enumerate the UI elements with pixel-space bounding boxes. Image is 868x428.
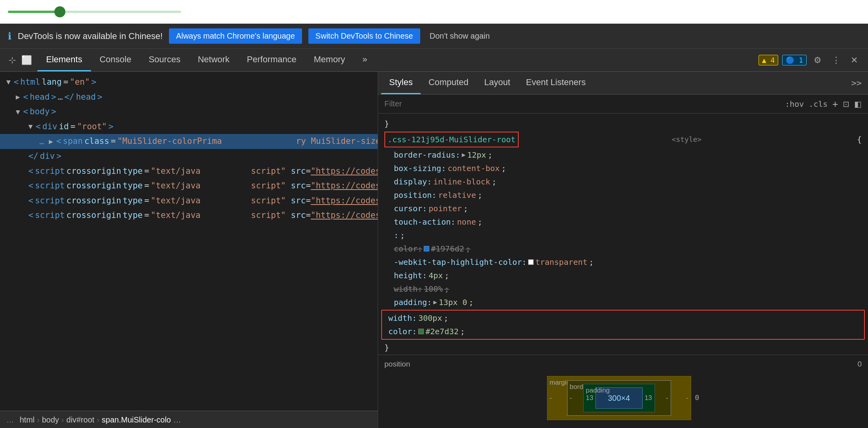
info-icon: ℹ — [8, 31, 11, 42]
slider-container — [8, 11, 181, 13]
tab-computed[interactable]: Computed — [421, 72, 477, 94]
breadcrumb-more-dots[interactable]: … — [6, 415, 14, 424]
css-rule-border-radius[interactable]: border-radius: ▶ 12px ; — [378, 148, 868, 162]
css-open-brace: { — [857, 133, 862, 146]
breadcrumb-html[interactable]: html — [20, 415, 35, 424]
dom-line-body[interactable]: ▼ <body> — [0, 104, 378, 119]
collapse-arrow-head[interactable]: ▶ — [16, 91, 20, 103]
dom-tree[interactable]: ▼ <html lang="en" > ▶ <head> … </head> ▼… — [0, 72, 378, 411]
css-rule-empty[interactable]: : ; — [378, 229, 868, 242]
notification-bar: ℹ DevTools is now available in Chinese! … — [0, 24, 868, 49]
dom-breadcrumb: … html › body › div#root › span.MuiSlide… — [0, 411, 378, 428]
notification-text: DevTools is now available in Chinese! — [18, 31, 163, 41]
css-rule-box-sizing[interactable]: box-sizing: content-box ; — [378, 162, 868, 175]
main-content-area: ▼ <html lang="en" > ▶ <head> … </head> ▼… — [0, 72, 868, 428]
styles-filter-bar: :hov .cls + ⊡ ◧ — [378, 95, 868, 114]
tab-memory[interactable]: Memory — [305, 49, 354, 71]
dom-line-script1[interactable]: <script crossorigin type="text/java scri… — [0, 164, 378, 179]
tab-event-listeners[interactable]: Event Listeners — [518, 72, 594, 94]
styles-filter-input[interactable] — [384, 99, 780, 108]
dom-line-script2[interactable]: <script crossorigin type="text/java scri… — [0, 179, 378, 194]
switch-chinese-button[interactable]: Switch DevTools to Chinese — [308, 28, 420, 44]
css-rule-header: .css-121j95d-MuiSlider-root <style> { — [378, 131, 868, 148]
collapse-arrow-div[interactable]: ▼ — [28, 121, 33, 132]
box-model-diagram: margin - - border - - padding 13 13 — [384, 373, 862, 422]
slider-thumb[interactable] — [54, 6, 65, 17]
css-rule-touch-action[interactable]: touch-action: none ; — [378, 215, 868, 229]
color-swatch-white — [528, 259, 534, 265]
slider-track — [8, 11, 181, 13]
dom-line-head[interactable]: ▶ <head> … </head> — [0, 90, 378, 105]
dismiss-notification[interactable]: Don't show again — [430, 32, 490, 41]
tab-console[interactable]: Console — [91, 49, 140, 71]
main-tabs-bar: ⊹ ⬜ Elements Console Sources Network Per… — [0, 49, 868, 72]
warning-badge[interactable]: ▲ 4 — [759, 55, 779, 65]
collapse-arrow-body[interactable]: ▼ — [16, 106, 20, 118]
collapse-arrow[interactable]: ▼ — [6, 76, 11, 88]
css-close-brace: } — [378, 341, 868, 355]
dom-line-script3[interactable]: <script crossorigin type="text/java scri… — [0, 194, 378, 208]
arrow-icon: ▶ — [462, 150, 466, 160]
cls-button[interactable]: .cls — [809, 99, 827, 109]
arrow-icon-padding: ▶ — [433, 297, 437, 307]
css-rule-display[interactable]: display: inline-block ; — [378, 175, 868, 188]
tab-performance[interactable]: Performance — [238, 49, 305, 71]
css-rule-webkit-tap[interactable]: -webkit-tap-highlight-color: transparent… — [378, 255, 868, 269]
color-swatch-2e7d32 — [418, 329, 424, 334]
breadcrumb-body[interactable]: body — [42, 415, 59, 424]
css-selector[interactable]: .css-121j95d-MuiSlider-root — [384, 132, 519, 147]
css-rule-height[interactable]: height: 4px ; — [378, 269, 868, 282]
dom-line-span-selected[interactable]: … ▶ <span class="MuiSlider-colorPrima ry… — [0, 134, 378, 149]
color-swatch-1976d2 — [424, 246, 429, 251]
css-rule-position[interactable]: position: relative ; — [378, 188, 868, 202]
dom-panel: ▼ <html lang="en" > ▶ <head> … </head> ▼… — [0, 72, 378, 428]
css-rule-width-100-strikethrough[interactable]: width: 100% ; — [378, 282, 868, 296]
tab-network[interactable]: Network — [189, 49, 238, 71]
css-rule-color-strikethrough[interactable]: color: #1976d2 ; — [378, 242, 868, 255]
css-rule-width-300[interactable]: width: 300px ; — [385, 311, 861, 325]
add-style-button[interactable]: + — [833, 99, 838, 110]
css-prev-close-brace: } — [378, 117, 868, 131]
more-options-button[interactable]: ⋮ — [829, 54, 844, 67]
dom-line-div-root[interactable]: ▼ <div id="root" > — [0, 119, 378, 134]
css-highlighted-box: width: 300px ; color: #2e7d32 ; — [381, 310, 865, 340]
css-rule-color-2e7d32[interactable]: color: #2e7d32 ; — [385, 325, 861, 338]
new-style-rule-button[interactable]: ⊡ — [843, 99, 849, 109]
dom-line-div-close[interactable]: </div> — [0, 149, 378, 164]
close-devtools-button[interactable]: ✕ — [848, 54, 861, 67]
page-preview — [0, 0, 868, 24]
tab-sources[interactable]: Sources — [140, 49, 189, 71]
breadcrumb-div-root[interactable]: div#root — [67, 415, 95, 424]
inspect-element-button[interactable]: ⊹ — [7, 54, 17, 67]
styles-panel: Styles Computed Layout Event Listeners >… — [378, 72, 868, 428]
tabs-right-group: ▲ 4 🔵 1 ⚙ ⋮ ✕ — [759, 49, 865, 71]
collapse-arrow-span[interactable]: ▶ — [49, 136, 53, 147]
box-model-section: position 0 margin - - border - - — [378, 355, 868, 426]
device-toolbar-button[interactable]: ⬜ — [20, 54, 33, 67]
devtools-panel: ℹ DevTools is now available in Chinese! … — [0, 24, 868, 428]
info-badge[interactable]: 🔵 1 — [782, 55, 807, 65]
css-rule-cursor[interactable]: cursor: pointer ; — [378, 202, 868, 215]
breadcrumb-span[interactable]: span.MuiSlider-colo — [102, 415, 171, 424]
tab-styles[interactable]: Styles — [381, 72, 421, 94]
position-value: 0 — [857, 358, 862, 370]
tab-more[interactable]: » — [354, 49, 376, 71]
css-rules-panel[interactable]: } .css-121j95d-MuiSlider-root <style> { … — [378, 114, 868, 428]
match-language-button[interactable]: Always match Chrome's language — [169, 28, 302, 44]
box-model-header: position 0 — [384, 358, 862, 370]
settings-button[interactable]: ⚙ — [811, 54, 825, 67]
tab-layout[interactable]: Layout — [476, 72, 518, 94]
css-source-link[interactable]: <style> — [672, 134, 702, 145]
styles-tabs-right: >> — [851, 72, 865, 94]
dom-line-html[interactable]: ▼ <html lang="en" > — [0, 75, 378, 90]
position-label: position — [384, 358, 410, 370]
css-rule-padding[interactable]: padding: ▶ 13px 0 ; — [378, 296, 868, 309]
dom-line-script4[interactable]: <script crossorigin type="text/java scri… — [0, 208, 378, 223]
pseudo-classes-button[interactable]: :hov — [785, 99, 804, 109]
tab-elements[interactable]: Elements — [37, 49, 91, 71]
toggle-element-state-button[interactable]: ◧ — [854, 99, 862, 109]
tab-icons-group: ⊹ ⬜ — [3, 49, 37, 71]
styles-more-tabs[interactable]: >> — [851, 78, 862, 88]
styles-tabs-bar: Styles Computed Layout Event Listeners >… — [378, 72, 868, 95]
